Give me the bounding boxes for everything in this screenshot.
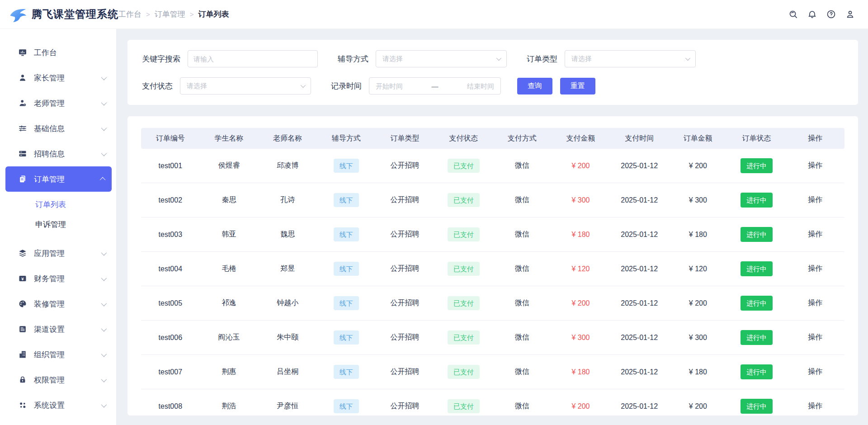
sidebar-item-组织管理[interactable]: 组织管理	[0, 342, 116, 367]
pay-status-badge: 已支付	[448, 262, 480, 276]
teacher-name-cell: 钟越小	[258, 298, 317, 308]
sidebar-item-label: 应用管理	[34, 248, 65, 259]
chevron-down-icon	[101, 326, 107, 331]
order-amount-cell: ¥ 300	[669, 196, 727, 204]
sidebar-item-渠道设置[interactable]: 渠道设置	[0, 316, 116, 342]
order-type-cell: 公开招聘	[376, 161, 434, 170]
column-header: 操作	[786, 134, 844, 143]
student-name-cell: 荆惠	[200, 367, 259, 377]
row-action-link[interactable]: 操作	[786, 333, 844, 342]
sidebar-item-订单管理[interactable]: 订单管理	[5, 166, 112, 192]
sidebar-item-权限管理[interactable]: 权限管理	[0, 367, 116, 392]
sidebar: 工作台家长管理老师管理基础信息招聘信息订单管理订单列表申诉管理应用管理¥财务管理…	[0, 29, 116, 425]
chevron-down-icon	[101, 275, 107, 281]
bird-logo-icon	[8, 5, 28, 24]
breadcrumb-item[interactable]: 工作台	[118, 9, 142, 19]
sidebar-item-装修管理[interactable]: 装修管理	[0, 291, 116, 316]
reset-button[interactable]: 重置	[560, 78, 595, 94]
breadcrumb-item[interactable]: 订单管理	[155, 9, 185, 19]
sidebar-item-财务管理[interactable]: ¥财务管理	[0, 266, 116, 291]
pay-status-label: 支付状态	[142, 81, 173, 91]
sidebar-item-工作台[interactable]: 工作台	[0, 40, 116, 65]
sliders-icon	[18, 124, 27, 133]
column-header: 支付方式	[493, 134, 552, 143]
pay-amount-cell: ¥ 200	[552, 162, 610, 170]
sidebar-item-label: 工作台	[34, 47, 57, 58]
column-header: 订单编号	[141, 134, 200, 143]
chevron-down-icon	[101, 401, 107, 407]
tutor-mode-badge: 线下	[334, 331, 359, 345]
pay-time-cell: 2025-01-12	[610, 299, 669, 307]
sidebar-item-label: 老师管理	[34, 98, 65, 109]
pay-amount-cell: ¥ 180	[552, 231, 610, 239]
order-type-select[interactable]: 请选择	[565, 50, 696, 67]
student-name-cell: 祁逸	[200, 298, 259, 308]
tutor-mode-select[interactable]: 请选择	[376, 50, 507, 67]
row-action-link[interactable]: 操作	[786, 161, 844, 170]
order-status-badge: 进行中	[741, 399, 773, 414]
pay-amount-cell: ¥ 300	[552, 334, 610, 342]
chevron-down-icon	[101, 125, 107, 131]
sidebar-item-label: 财务管理	[34, 274, 65, 284]
tutor-mode-badge: 线下	[334, 193, 359, 207]
date-range-picker[interactable]: —	[369, 77, 501, 94]
main-content: 关键字搜索 辅导方式 请选择 订单类型 请选择 支付状态	[116, 29, 868, 425]
row-action-link[interactable]: 操作	[786, 264, 844, 274]
pay-time-cell: 2025-01-12	[610, 162, 669, 170]
keyword-label: 关键字搜索	[142, 54, 180, 64]
column-header: 支付时间	[610, 134, 669, 143]
record-time-label: 记录时间	[331, 81, 362, 91]
pay-amount-cell: ¥ 120	[552, 265, 610, 273]
start-date-input[interactable]	[376, 82, 419, 90]
app-title: 腾飞课堂管理系统	[32, 7, 118, 21]
bell-icon[interactable]	[807, 9, 817, 19]
row-action-link[interactable]: 操作	[786, 298, 844, 308]
sidebar-item-基础信息[interactable]: 基础信息	[0, 116, 116, 141]
search-icon[interactable]	[788, 9, 798, 19]
user-icon[interactable]	[845, 9, 855, 19]
table-row: test001侯煜睿邱凌博线下公开招聘已支付微信¥ 2002025-01-12¥…	[141, 149, 844, 183]
order-status-badge-wrap: 进行中	[727, 227, 786, 242]
pay-status-filter-group: 支付状态 请选择	[142, 77, 311, 94]
pay-status-badge: 已支付	[448, 331, 480, 345]
tutor-mode-label: 辅导方式	[338, 54, 368, 64]
sidebar-item-应用管理[interactable]: 应用管理	[0, 241, 116, 266]
chevron-down-icon	[685, 56, 690, 61]
sidebar-subitem-订单列表[interactable]: 订单列表	[0, 194, 116, 214]
tutor-mode-badge-wrap: 线下	[317, 227, 376, 241]
chevron-down-icon	[496, 56, 501, 61]
order-type-cell: 公开招聘	[376, 333, 434, 342]
end-date-input[interactable]	[451, 82, 494, 90]
teacher-name-cell: 邱凌博	[258, 161, 317, 170]
keyword-input[interactable]	[188, 50, 318, 67]
sidebar-item-招聘信息[interactable]: 招聘信息	[0, 141, 116, 166]
header-actions	[788, 9, 868, 19]
row-action-link[interactable]: 操作	[786, 230, 844, 239]
column-header: 辅导方式	[317, 134, 376, 143]
table-body: test001侯煜睿邱凌博线下公开招聘已支付微信¥ 2002025-01-12¥…	[141, 149, 844, 416]
row-action-link[interactable]: 操作	[786, 195, 844, 205]
row-action-link[interactable]: 操作	[786, 401, 844, 411]
keyword-filter-group: 关键字搜索	[142, 50, 318, 67]
order-status-badge-wrap: 进行中	[727, 193, 786, 208]
pay-time-cell: 2025-01-12	[610, 402, 669, 411]
sidebar-item-家长管理[interactable]: 家长管理	[0, 65, 116, 90]
row-action-link[interactable]: 操作	[786, 367, 844, 377]
sidebar-item-label: 组织管理	[34, 349, 65, 360]
pay-status-badge-wrap: 已支付	[434, 262, 493, 276]
sidebar-item-label: 系统设置	[34, 400, 65, 411]
sidebar-item-老师管理[interactable]: 老师管理	[0, 90, 116, 116]
settings-icon	[18, 401, 27, 410]
sidebar-item-系统设置[interactable]: 系统设置	[0, 392, 116, 418]
help-icon[interactable]	[826, 9, 836, 19]
sidebar-subitem-申诉管理[interactable]: 申诉管理	[0, 214, 116, 234]
tutor-mode-badge-wrap: 线下	[317, 331, 376, 345]
breadcrumb-item: 订单列表	[198, 9, 229, 19]
teacher-name-cell: 尹彦恒	[258, 401, 317, 411]
table-row: test005祁逸钟越小线下公开招聘已支付微信¥ 2002025-01-12¥ …	[141, 286, 844, 321]
order-type-label: 订单类型	[527, 54, 557, 64]
pay-status-select[interactable]: 请选择	[180, 77, 311, 94]
search-button[interactable]: 查询	[517, 78, 552, 94]
filter-panel: 关键字搜索 辅导方式 请选择 订单类型 请选择 支付状态	[127, 40, 858, 105]
order-status-badge-wrap: 进行中	[727, 399, 786, 414]
